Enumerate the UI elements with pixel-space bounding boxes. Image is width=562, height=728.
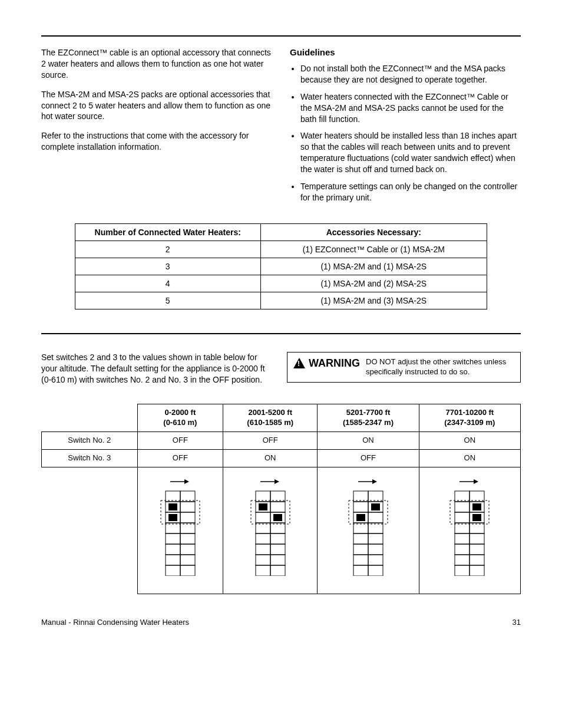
table-header: Accessories Necessary: — [260, 223, 487, 241]
svg-marker-43 — [372, 479, 377, 484]
table-cell: ON — [318, 432, 419, 450]
warning-triangle-icon — [293, 358, 305, 368]
svg-marker-64 — [474, 479, 478, 484]
table-row: Switch No. 2 OFF OFF ON ON — [42, 432, 521, 450]
page-footer: Manual - Rinnai Condensing Water Heaters… — [41, 618, 521, 627]
svg-rect-52 — [353, 533, 368, 544]
svg-rect-80 — [470, 565, 484, 576]
svg-rect-30 — [270, 523, 285, 533]
svg-rect-53 — [368, 533, 383, 544]
svg-rect-73 — [455, 533, 470, 544]
svg-rect-7 — [180, 512, 195, 523]
guidelines-heading: Guidelines — [290, 47, 521, 57]
dip-diagram-cell — [223, 467, 318, 594]
intro-paragraph-3: Refer to the instructions that come with… — [41, 130, 272, 153]
table-row: 3(1) MSA-2M and (1) MSA-2S — [75, 258, 487, 275]
svg-rect-46 — [353, 502, 368, 512]
svg-rect-15 — [180, 555, 195, 565]
table-row: 4(1) MSA-2M and (2) MSA-2S — [75, 275, 487, 292]
svg-rect-32 — [270, 533, 285, 544]
table-cell: 4 — [75, 275, 260, 292]
svg-marker-1 — [184, 479, 189, 484]
two-column-section: The EZConnect™ cable is an optional acce… — [41, 47, 521, 212]
warning-text: DO NOT adjust the other switches unless … — [366, 357, 514, 377]
svg-rect-54 — [353, 544, 368, 555]
accessories-table: Number of Connected Water Heaters: Acces… — [75, 223, 487, 309]
svg-rect-55 — [368, 544, 383, 555]
svg-rect-3 — [180, 491, 195, 502]
right-column: Guidelines Do not install both the EZCon… — [290, 47, 521, 212]
svg-rect-50 — [353, 523, 368, 533]
guideline-item: Do not install both the EZConnect™ and t… — [300, 63, 521, 85]
table-row: 2(1) EZConnect™ Cable or (1) MSA-2M — [75, 241, 487, 258]
dip-switch-icon — [250, 476, 291, 576]
table-cell: OFF — [137, 432, 223, 450]
svg-rect-24 — [270, 491, 285, 502]
svg-rect-45 — [368, 491, 383, 502]
altitude-table: 0-2000 ft(0-610 m) 2001-5200 ft(610-1585… — [41, 404, 521, 594]
warning-box: WARNING DO NOT adjust the other switches… — [287, 352, 521, 383]
dip-diagram-cell — [137, 467, 223, 594]
alt-header: 5201-7700 ft(1585-2347 m) — [318, 404, 419, 432]
svg-rect-82 — [472, 514, 481, 521]
table-cell: ON — [223, 450, 318, 467]
page-number: 31 — [513, 618, 521, 627]
svg-rect-34 — [270, 544, 285, 555]
table-cell: 5 — [75, 292, 260, 309]
svg-rect-56 — [353, 555, 368, 565]
dip-switch-icon — [449, 476, 490, 576]
table-corner — [42, 404, 138, 432]
alt-header: 0-2000 ft(0-610 m) — [137, 404, 223, 432]
svg-rect-26 — [270, 502, 285, 512]
svg-rect-38 — [270, 565, 285, 576]
svg-rect-11 — [180, 533, 195, 544]
svg-rect-27 — [256, 512, 270, 523]
svg-rect-72 — [470, 523, 484, 533]
dip-switch-icon — [160, 476, 201, 576]
svg-rect-44 — [353, 491, 368, 502]
svg-rect-71 — [455, 523, 470, 533]
rule-mid — [41, 333, 521, 334]
intro-paragraph-1: The EZConnect™ cable is an optional acce… — [41, 47, 272, 81]
altitude-section: Set switches 2 and 3 to the values shown… — [41, 352, 521, 594]
table-cell: OFF — [137, 450, 223, 467]
svg-rect-17 — [180, 565, 195, 576]
svg-rect-74 — [470, 533, 484, 544]
alt-header: 7701-10200 ft(2347-3109 m) — [419, 404, 520, 432]
intro-paragraph-2: The MSA-2M and MSA-2S packs are optional… — [41, 89, 272, 123]
svg-rect-57 — [368, 555, 383, 565]
table-cell: (1) EZConnect™ Cable or (1) MSA-2M — [260, 241, 487, 258]
table-cell: ON — [419, 450, 520, 467]
svg-rect-33 — [256, 544, 270, 555]
svg-rect-67 — [455, 502, 470, 512]
svg-rect-75 — [455, 544, 470, 555]
svg-rect-77 — [455, 555, 470, 565]
guideline-item: Water heaters should be installed less t… — [300, 130, 521, 175]
svg-rect-23 — [256, 491, 270, 502]
svg-rect-79 — [455, 565, 470, 576]
svg-rect-29 — [256, 523, 270, 533]
dip-diagram-cell — [318, 467, 419, 594]
table-header: Number of Connected Water Heaters: — [75, 223, 260, 241]
row-label: Switch No. 2 — [42, 432, 138, 450]
svg-rect-13 — [180, 544, 195, 555]
svg-rect-49 — [368, 512, 383, 523]
svg-rect-51 — [368, 523, 383, 533]
table-row: Switch No. 3 OFF ON OFF ON — [42, 450, 521, 467]
svg-rect-58 — [353, 565, 368, 576]
guidelines-list: Do not install both the EZConnect™ and t… — [290, 63, 521, 203]
svg-rect-5 — [180, 502, 195, 512]
table-cell: (1) MSA-2M and (1) MSA-2S — [260, 258, 487, 275]
svg-rect-18 — [168, 503, 177, 510]
svg-rect-9 — [180, 523, 195, 533]
svg-rect-76 — [470, 544, 484, 555]
table-row: 5(1) MSA-2M and (3) MSA-2S — [75, 292, 487, 309]
svg-rect-19 — [168, 514, 177, 521]
table-cell: (1) MSA-2M and (2) MSA-2S — [260, 275, 487, 292]
warning-label-block: WARNING — [293, 357, 360, 370]
svg-rect-37 — [256, 565, 270, 576]
guideline-item: Temperature settings can only be changed… — [300, 181, 521, 203]
row-label: Switch No. 3 — [42, 450, 138, 467]
svg-rect-39 — [259, 503, 267, 510]
svg-rect-35 — [256, 555, 270, 565]
